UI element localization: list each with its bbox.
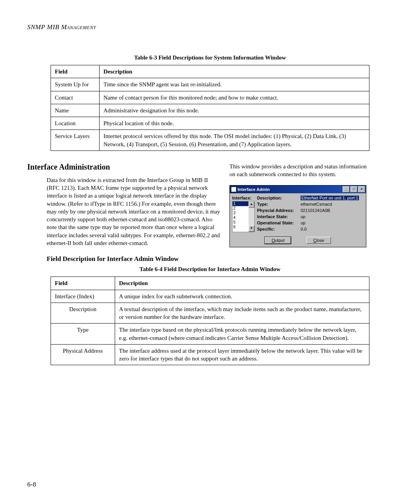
type-value: ethernetCsmacd <box>301 202 364 206</box>
table-row: System Up forTime since the SNMP agent w… <box>51 78 369 91</box>
istate-label: Interface State: <box>257 214 298 219</box>
table-row: Service LayersInternet protocol services… <box>51 130 369 151</box>
specific-label: Specific: <box>257 227 298 231</box>
cell-field: Location <box>51 117 100 130</box>
section-left-paragraph: Data for this window is extracted from t… <box>47 176 222 247</box>
table-row: NameAdministrative designation for this … <box>51 104 369 117</box>
desc-label: Description: <box>257 196 298 200</box>
cell-desc: Administrative designation for this node… <box>100 104 369 117</box>
table-6-4-head-desc: Description <box>115 277 369 290</box>
cell-desc: Name of contact person for this monitore… <box>100 91 369 104</box>
dialog-titlebar[interactable]: Interface Admin _ □ × <box>230 186 366 193</box>
interface-label: Interface: <box>232 196 255 200</box>
table-row: Interface (Index)A unique index for each… <box>51 290 369 303</box>
cell-field: Description <box>51 303 115 324</box>
cell-field: Service Layers <box>51 130 100 151</box>
dialog-title: Interface Admin <box>238 187 270 192</box>
minimize-button[interactable]: _ <box>343 186 350 192</box>
table-row: TypeThe interface type based on the phys… <box>51 324 369 345</box>
section-heading-interface-admin: Interface Administration <box>27 163 222 172</box>
interface-listbox[interactable]: 1 2 3 4 5 6 ▲ ▼ <box>232 201 255 232</box>
table-6-3-caption: Table 6-3 Field Descriptions for System … <box>27 54 393 61</box>
cell-field: Name <box>51 104 100 117</box>
running-head: SNMP MIB Management <box>27 23 393 31</box>
close-button[interactable]: × <box>358 186 365 192</box>
cell-desc: The interface type based on the physical… <box>115 324 369 345</box>
cell-field: Interface (Index) <box>51 290 115 303</box>
section-right-paragraph: This window provides a description and s… <box>229 163 373 178</box>
interface-admin-dialog: Interface Admin _ □ × Interface: 1 <box>229 185 366 247</box>
output-button[interactable]: Output <box>265 237 291 244</box>
cell-desc: Internet protocol services offered by th… <box>100 130 369 151</box>
table-row: LocationPhysical location of this node. <box>51 117 369 130</box>
cell-desc: Physical location of this node. <box>100 117 369 130</box>
specific-value: 0.0 <box>301 227 364 231</box>
scroll-down-icon[interactable]: ▼ <box>248 226 254 232</box>
type-label: Type: <box>257 202 298 206</box>
maximize-button[interactable]: □ <box>350 186 357 192</box>
table-row: Physical AddressThe interface address us… <box>51 344 369 365</box>
subsection-heading: Field Description for Interface Admin Wi… <box>47 255 393 263</box>
close-dialog-button[interactable]: Close <box>306 237 331 244</box>
cell-desc: A unique index for each subnetwork conne… <box>115 290 369 303</box>
app-icon <box>231 187 236 192</box>
list-item[interactable]: 6 <box>233 225 248 229</box>
scroll-up-icon[interactable]: ▲ <box>248 201 254 208</box>
page-number: 6-8 <box>27 481 36 488</box>
list-item[interactable]: 1 <box>233 201 248 206</box>
list-item[interactable]: 3 <box>233 211 248 215</box>
cell-desc: A textual description of the interface, … <box>115 303 369 324</box>
table-6-3-head-desc: Description <box>100 65 369 78</box>
table-6-3: Field Description System Up forTime sinc… <box>51 65 369 151</box>
list-item[interactable]: 2 <box>233 206 248 211</box>
cell-desc: Time since the SNMP agent was last re-in… <box>100 78 369 91</box>
cell-field: System Up for <box>51 78 100 91</box>
ostate-value: up <box>301 220 364 225</box>
table-6-3-head-field: Field <box>51 65 100 78</box>
desc-value: EtherNet Port on unit 1, port:1 <box>301 196 359 200</box>
cell-field: Type <box>51 324 115 345</box>
table-row: DescriptionA textual description of the … <box>51 303 369 324</box>
cell-desc: The interface address used at the protoc… <box>115 344 369 365</box>
istate-value: up <box>301 214 364 219</box>
cell-field: Contact <box>51 91 100 104</box>
table-6-4-head-field: Field <box>51 277 115 290</box>
ostate-label: Operational State: <box>257 220 298 225</box>
table-row: ContactName of contact person for this m… <box>51 91 369 104</box>
list-item[interactable]: 4 <box>233 215 248 220</box>
table-6-4: Field Description Interface (Index)A uni… <box>51 276 369 365</box>
phys-label: Physcial Address: <box>257 208 298 213</box>
table-6-4-caption: Table 6-4 Field Description for Interfac… <box>27 266 393 273</box>
phys-value: 021101241A0B <box>301 208 364 213</box>
cell-field: Physical Address <box>51 344 115 365</box>
listbox-scrollbar[interactable]: ▲ ▼ <box>248 201 254 232</box>
list-item[interactable]: 5 <box>233 220 248 225</box>
